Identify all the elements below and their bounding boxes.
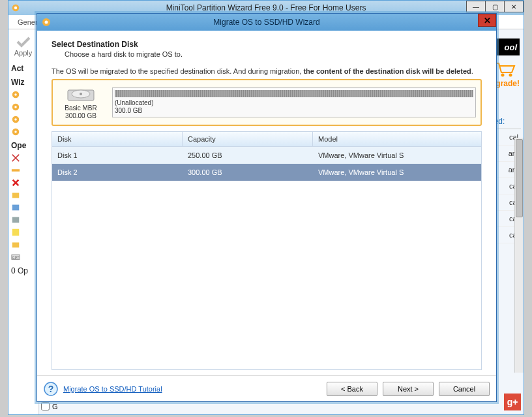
svg-point-24 xyxy=(80,93,82,95)
warning-text: The OS will be migrated to the specified… xyxy=(52,67,482,79)
help-icon[interactable]: ? xyxy=(44,382,58,396)
sidebar-item[interactable] xyxy=(11,202,20,213)
svg-rect-13 xyxy=(12,217,20,223)
svg-rect-10 xyxy=(12,169,20,172)
sidebar-item[interactable] xyxy=(11,226,20,238)
note-icon xyxy=(11,228,20,237)
ruler-icon xyxy=(11,166,20,175)
disk-summary: Basic MBR 300.00 GB (Unallocated) 300.0 … xyxy=(52,79,482,126)
svg-text:GPT: GPT xyxy=(12,256,20,260)
svg-point-5 xyxy=(14,106,17,108)
svg-point-7 xyxy=(14,118,17,121)
scissors-icon xyxy=(11,153,20,162)
back-button[interactable]: < Back xyxy=(327,382,377,396)
dialog-close-button[interactable]: ✕ xyxy=(478,14,496,27)
folder-icon xyxy=(11,191,20,200)
section-wizards: Wiz xyxy=(11,75,25,88)
cell-capacity: 300.00 GB xyxy=(183,164,313,181)
step-subtitle: Choose a hard disk to migrate OS to. xyxy=(52,49,482,67)
svg-point-18 xyxy=(501,74,505,77)
cell-disk: Disk 1 xyxy=(52,147,183,164)
window-controls: — ▢ ✕ xyxy=(466,1,524,12)
svg-point-19 xyxy=(509,74,512,77)
bootable-checkbox-row[interactable]: G xyxy=(41,402,58,410)
wizard-disk-icon xyxy=(11,115,20,124)
sidebar-item[interactable] xyxy=(11,189,20,201)
sidebar-item[interactable] xyxy=(11,164,20,176)
table-row[interactable]: Disk 1 250.00 GB VMware, VMware Virtual … xyxy=(52,147,481,164)
maximize-button[interactable]: ▢ xyxy=(485,1,505,12)
wizard-disk-icon xyxy=(11,102,20,112)
svg-point-21 xyxy=(45,21,48,24)
tutorial-link[interactable]: Migrate OS to SSD/HD Tutorial xyxy=(63,385,162,393)
migrate-wizard-dialog: Migrate OS to SSD/HD Wizard ✕ Select Des… xyxy=(37,13,497,402)
table-body: Disk 1 250.00 GB VMware, VMware Virtual … xyxy=(52,147,481,369)
vertical-scrollbar[interactable] xyxy=(514,138,524,373)
sidebar-item[interactable] xyxy=(11,214,20,226)
close-button[interactable]: ✕ xyxy=(504,1,524,12)
disk-blue-icon xyxy=(11,203,20,212)
left-panel: Apply Act Wiz Ope GPT 0 Op xyxy=(8,29,38,414)
cell-model: VMware, VMware Virtual S xyxy=(313,164,481,181)
next-button[interactable]: Next > xyxy=(383,382,434,396)
sidebar-item[interactable] xyxy=(11,177,20,189)
app-icon xyxy=(11,3,20,12)
svg-rect-15 xyxy=(12,243,20,248)
dialog-icon xyxy=(41,17,52,27)
gpt-icon: GPT xyxy=(11,253,20,262)
dialog-title: Migrate OS to SSD/HD Wizard xyxy=(37,18,496,27)
dialog-content: Select Destination Disk Choose a hard di… xyxy=(37,31,496,375)
apply-label: Apply xyxy=(14,49,33,57)
apply-icon xyxy=(16,36,31,48)
dialog-footer: ? Migrate OS to SSD/HD Tutorial < Back N… xyxy=(37,375,496,401)
sidebar-item[interactable] xyxy=(11,126,20,138)
svg-rect-11 xyxy=(12,193,20,198)
sidebar-item[interactable] xyxy=(11,114,20,125)
folder2-icon xyxy=(11,240,20,249)
warn-bold: the content of the destination disk will… xyxy=(303,67,471,75)
svg-rect-12 xyxy=(12,205,20,211)
svg-point-9 xyxy=(14,131,17,133)
col-model-header[interactable]: Model xyxy=(313,132,481,146)
col-disk-header[interactable]: Disk xyxy=(52,132,183,146)
table-row[interactable]: Disk 2 300.00 GB VMware, VMware Virtual … xyxy=(52,164,481,181)
col-capacity-header[interactable]: Capacity xyxy=(183,132,313,146)
step-title: Select Destination Disk xyxy=(52,40,482,49)
sidebar-item[interactable]: GPT xyxy=(11,251,20,263)
scrollbar-thumb[interactable] xyxy=(516,139,523,217)
section-actions: Act xyxy=(11,61,23,74)
svg-text:?: ? xyxy=(48,384,54,394)
sidebar-item[interactable] xyxy=(11,101,20,113)
warn-post: . xyxy=(471,67,473,75)
dialog-titlebar: Migrate OS to SSD/HD Wizard ✕ xyxy=(37,14,496,31)
unallocated-size: 300.0 GB xyxy=(115,107,473,115)
cell-capacity: 250.00 GB xyxy=(183,147,313,164)
minimize-button[interactable]: — xyxy=(466,1,486,12)
cell-model: VMware, VMware Virtual S xyxy=(313,147,481,164)
wizard-disk-icon xyxy=(11,127,20,136)
apply-block[interactable]: Apply xyxy=(11,31,35,61)
upgrade-label[interactable]: grade! xyxy=(495,79,520,88)
disk-table: Disk Capacity Model Disk 1 250.00 GB VMw… xyxy=(52,131,482,370)
disk-summary-icon-block: Basic MBR 300.00 GB xyxy=(57,85,104,120)
svg-point-3 xyxy=(14,93,17,96)
section-operations: Ope xyxy=(11,138,26,151)
sidebar-item[interactable] xyxy=(11,152,20,164)
wizard-disk-icon xyxy=(11,90,20,99)
bootable-label: G xyxy=(52,403,58,410)
bootable-checkbox[interactable] xyxy=(41,402,50,410)
hard-disk-icon xyxy=(66,85,95,103)
sidebar-item[interactable] xyxy=(11,239,20,251)
unallocated-bar: (Unallocated) 300.0 GB xyxy=(112,87,476,117)
unallocated-label: (Unallocated) xyxy=(115,99,473,107)
unallocated-stripe xyxy=(115,90,473,97)
warn-pre: The OS will be migrated to the specified… xyxy=(52,67,303,75)
table-header: Disk Capacity Model xyxy=(52,132,481,147)
cancel-button[interactable]: Cancel xyxy=(439,382,490,396)
app-title: MiniTool Partition Wizard Free 9.0 - Fre… xyxy=(8,3,524,12)
svg-point-1 xyxy=(14,7,17,9)
pending-count: 0 Op xyxy=(11,264,28,277)
sidebar-item[interactable] xyxy=(11,89,20,100)
google-plus-button[interactable]: g+ xyxy=(504,394,521,410)
cell-disk: Disk 2 xyxy=(52,164,183,181)
